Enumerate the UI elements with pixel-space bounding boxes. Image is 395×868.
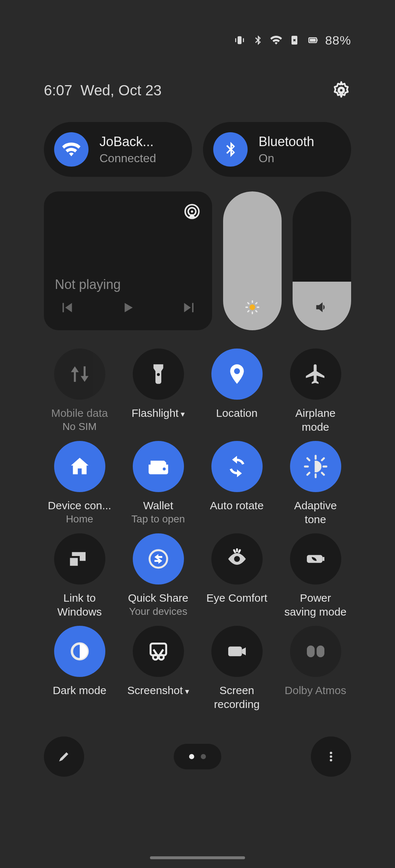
tile-sublabel: No SIM xyxy=(63,421,97,433)
media-next-icon[interactable] xyxy=(181,300,198,316)
tile-screen-recording[interactable]: Screen recording xyxy=(201,626,272,711)
tile-quick-share[interactable]: Quick ShareYour devices xyxy=(123,533,194,618)
tile-label: Power saving mode xyxy=(284,591,346,618)
media-status: Not playing xyxy=(55,277,201,292)
tile-label: Quick Share xyxy=(128,591,188,605)
tile-airplane[interactable]: Airplane mode xyxy=(280,349,351,434)
tile-screenshot[interactable]: Screenshot▾ xyxy=(123,626,194,711)
tile-label: Link to Windows xyxy=(57,591,102,618)
media-prev-icon[interactable] xyxy=(59,300,75,316)
tile-label: Airplane mode xyxy=(295,406,335,434)
devices-icon xyxy=(68,547,91,571)
tile-button-flashlight[interactable] xyxy=(133,349,184,400)
tile-label: Mobile data xyxy=(51,406,108,420)
brightness-icon xyxy=(244,299,261,316)
datetime: 6:07 Wed, Oct 23 xyxy=(44,82,162,99)
volume-icon xyxy=(313,299,330,316)
wifi-icon xyxy=(54,132,89,167)
tile-sublabel: Your devices xyxy=(129,606,187,617)
page-indicator[interactable] xyxy=(174,744,221,769)
chevron-down-icon: ▾ xyxy=(185,687,189,696)
tile-sublabel: Home xyxy=(66,513,93,525)
tile-auto-rotate[interactable]: Auto rotate xyxy=(201,441,272,526)
share-icon xyxy=(147,547,170,571)
date-label: Wed, Oct 23 xyxy=(80,82,162,98)
bluetooth-label: Bluetooth xyxy=(259,134,314,149)
tile-label: Device con... xyxy=(48,499,111,513)
cast-icon[interactable] xyxy=(183,202,201,221)
scissors-icon xyxy=(147,640,170,663)
edit-tiles-button[interactable] xyxy=(44,736,84,777)
tile-label: Adaptive tone xyxy=(294,499,337,526)
tile-power-saving[interactable]: Power saving mode xyxy=(280,533,351,618)
tile-button-airplane[interactable] xyxy=(290,349,341,400)
wallet-icon xyxy=(147,455,170,478)
tile-button-location[interactable] xyxy=(211,349,263,400)
vibrate-icon xyxy=(234,34,245,46)
tile-label: Auto rotate xyxy=(210,499,264,513)
tile-flashlight[interactable]: Flashlight▾ xyxy=(123,349,194,434)
bluetooth-pill[interactable]: Bluetooth On xyxy=(203,122,351,177)
data-arrows-icon xyxy=(68,362,91,386)
leaf-battery-icon xyxy=(304,547,327,571)
tile-label: Screen recording xyxy=(214,684,260,711)
tile-button-screenshot[interactable] xyxy=(133,626,184,677)
tile-button-dark-mode[interactable] xyxy=(54,626,105,677)
tile-device-control[interactable]: Device con...Home xyxy=(44,441,115,526)
tile-button-power-saving[interactable] xyxy=(290,533,341,585)
tile-button-device-control[interactable] xyxy=(54,441,105,492)
eye-icon xyxy=(225,547,249,571)
tile-button-dolby-atmos xyxy=(290,626,341,677)
half-circle-icon xyxy=(68,640,91,663)
media-card[interactable]: Not playing xyxy=(44,191,212,330)
tile-button-mobile-data xyxy=(54,349,105,400)
flashlight-icon xyxy=(147,362,170,386)
tile-wallet[interactable]: WalletTap to open xyxy=(123,441,194,526)
tile-location[interactable]: Location xyxy=(201,349,272,434)
tile-button-auto-rotate[interactable] xyxy=(211,441,263,492)
home-icon xyxy=(68,455,91,478)
tile-adaptive-tone[interactable]: Adaptive tone xyxy=(280,441,351,526)
tile-label: Eye Comfort xyxy=(206,591,267,605)
tile-link-windows[interactable]: Link to Windows xyxy=(44,533,115,618)
tile-button-wallet[interactable] xyxy=(133,441,184,492)
airplane-icon xyxy=(304,362,327,386)
status-bar: 88% xyxy=(44,0,351,58)
more-options-button[interactable] xyxy=(311,736,351,777)
tile-label: Wallet xyxy=(143,499,173,513)
wifi-status: Connected xyxy=(99,152,156,165)
adaptive-icon xyxy=(304,455,327,478)
tile-label: Flashlight▾ xyxy=(132,406,185,420)
pencil-icon xyxy=(57,749,71,764)
location-icon xyxy=(225,362,249,386)
tile-button-link-windows[interactable] xyxy=(54,533,105,585)
tile-button-quick-share[interactable] xyxy=(133,533,184,585)
wifi-ssid: JoBack... xyxy=(99,134,156,149)
battery-icon xyxy=(307,34,319,46)
tile-label: Dolby Atmos xyxy=(285,684,346,697)
volume-slider[interactable] xyxy=(293,191,351,330)
media-play-icon[interactable] xyxy=(120,300,136,316)
battery-percent: 88% xyxy=(325,33,351,47)
tile-button-adaptive-tone[interactable] xyxy=(290,441,341,492)
bluetooth-status: On xyxy=(259,152,314,165)
settings-icon[interactable] xyxy=(331,80,351,100)
record-icon xyxy=(225,640,249,663)
wifi-pill[interactable]: JoBack... Connected xyxy=(44,122,192,177)
tile-button-screen-recording[interactable] xyxy=(211,626,263,677)
tile-label: Location xyxy=(216,406,257,420)
tile-dark-mode[interactable]: Dark mode xyxy=(44,626,115,711)
bluetooth-status-icon xyxy=(252,34,264,46)
wifi-status-icon xyxy=(270,34,282,46)
tile-button-eye-comfort[interactable] xyxy=(211,533,263,585)
tile-label: Screenshot▾ xyxy=(127,684,189,697)
tile-sublabel: Tap to open xyxy=(131,513,185,525)
tile-mobile-data: Mobile dataNo SIM xyxy=(44,349,115,434)
pager-dot xyxy=(201,754,206,759)
brightness-slider[interactable] xyxy=(223,191,282,330)
chevron-down-icon: ▾ xyxy=(181,410,185,419)
tile-eye-comfort[interactable]: Eye Comfort xyxy=(201,533,272,618)
sim-missing-icon xyxy=(289,34,300,46)
rotate-icon xyxy=(225,455,249,478)
nav-bar-handle[interactable] xyxy=(150,856,245,859)
